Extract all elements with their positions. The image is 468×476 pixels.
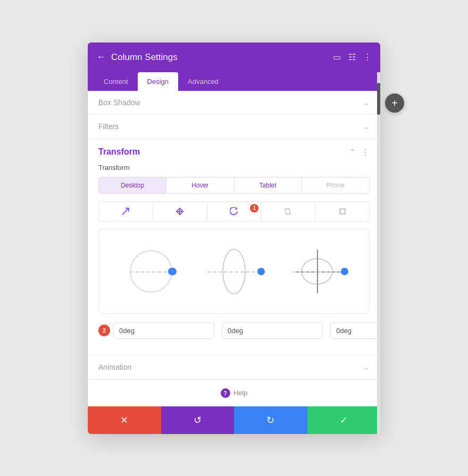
panel-title: Column Settings [111,52,178,63]
resp-tab-tablet[interactable]: Tablet [235,177,302,193]
tab-design[interactable]: Design [138,72,178,91]
transform-header-right: ⌃ ⋮ [349,147,370,157]
panel-content: Box Shadow ⌄ Filters ⌄ Transform ⌃ ⋮ Tra… [88,91,380,406]
scroll-thumb [377,83,380,115]
transform-section: Transform ⌃ ⋮ Transform Desktop Hover Ta… [88,139,380,355]
tab-bar: Content Design Advanced [88,72,380,91]
degree-inputs: 2 [98,322,370,339]
box-shadow-label: Box Shadow [98,98,140,107]
svg-line-0 [122,208,129,215]
filters-chevron: ⌄ [363,122,370,131]
transform-perspective-btn[interactable] [315,202,369,221]
resp-tab-desktop[interactable]: Desktop [99,177,166,193]
rotate-badge: 1 [250,204,258,212]
tab-advanced[interactable]: Advanced [178,72,228,91]
columns-icon[interactable]: ☷ [348,52,356,62]
transform-header: Transform ⌃ ⋮ [98,147,370,157]
rotation-z-visual[interactable] [285,240,349,303]
tab-content[interactable]: Content [94,72,138,91]
add-button[interactable]: + [385,94,404,113]
deg-y-wrap [222,322,323,339]
more-icon[interactable]: ⋮ [363,52,372,62]
header-left: ← Column Settings [96,52,178,63]
animation-chevron: ⌄ [363,363,370,371]
column-settings-panel: ← Column Settings ▭ ☷ ⋮ Content Design A… [88,42,380,434]
filters-label: Filters [98,122,119,131]
help-row[interactable]: ? Help [88,379,380,406]
deg-y-input[interactable] [222,322,323,339]
transform-skew-btn[interactable] [261,202,315,221]
transform-more-icon[interactable]: ⋮ [361,147,370,157]
transform-move-btn[interactable] [153,202,207,221]
bottom-bar: ✕ ↺ ↻ ✓ [88,406,380,434]
help-text: Help [233,389,248,397]
transform-sub-label: Transform [98,164,370,172]
animation-section[interactable]: Animation ⌄ [88,355,380,379]
filters-section[interactable]: Filters ⌄ [88,115,380,139]
header-right: ▭ ☷ ⋮ [333,52,372,62]
rotation-visual-area [98,229,370,314]
undo-button[interactable]: ↺ [161,406,235,434]
transform-icon-bar: 1 [98,201,370,222]
redo-button[interactable]: ↻ [234,406,307,434]
svg-marker-3 [285,209,290,214]
deg-z-wrap [330,322,380,339]
rotation-y-visual[interactable] [202,240,266,303]
resp-tab-phone[interactable]: Phone [302,177,369,193]
deg-x-wrap: 2 [98,322,214,339]
expand-icon[interactable]: ▭ [333,52,341,62]
resp-tab-hover[interactable]: Hover [166,177,234,193]
transform-scale-btn[interactable] [99,202,153,221]
deg-x-input[interactable] [113,322,214,339]
panel-header: ← Column Settings ▭ ☷ ⋮ [88,42,380,72]
back-button[interactable]: ← [96,52,106,63]
rotation-x-visual[interactable] [119,240,183,303]
animation-label: Animation [98,363,131,371]
confirm-button[interactable]: ✓ [307,406,381,434]
box-shadow-chevron: ⌄ [363,98,370,107]
box-shadow-section[interactable]: Box Shadow ⌄ [88,91,380,115]
transform-rotate-btn[interactable]: 1 [207,202,262,221]
deg-z-input[interactable] [330,322,380,339]
transform-collapse-icon[interactable]: ⌃ [349,148,356,156]
scrollbar[interactable] [377,72,380,434]
help-icon: ? [221,388,230,398]
deg-x-badge: 2 [98,325,110,336]
responsive-tabs: Desktop Hover Tablet Phone [98,177,370,194]
cancel-button[interactable]: ✕ [88,406,161,434]
transform-title: Transform [98,147,140,157]
